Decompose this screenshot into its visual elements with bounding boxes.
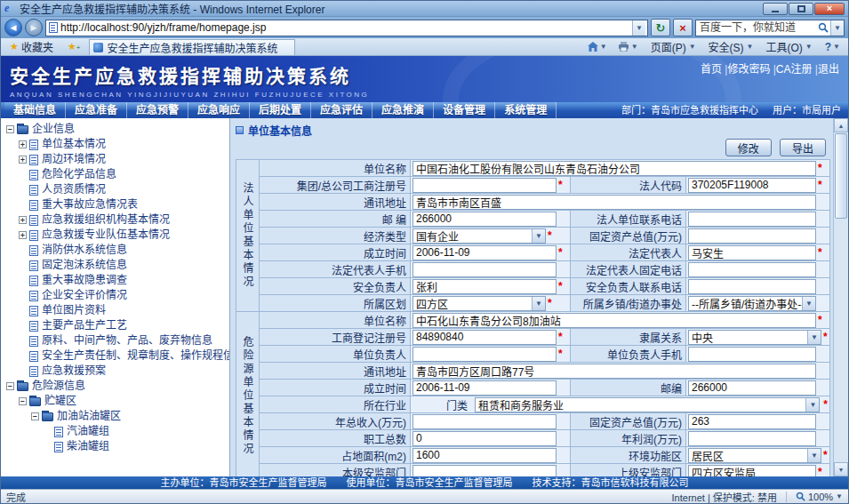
text-input[interactable] (688, 212, 816, 227)
header-link[interactable]: 首页 (701, 63, 722, 76)
text-input[interactable] (412, 330, 557, 345)
nav-item[interactable]: 基础信息 (4, 102, 66, 118)
nav-item[interactable]: 应急准备 (66, 102, 127, 118)
address-field[interactable]: ▼ (45, 20, 648, 36)
nav-item[interactable]: 应急评估 (311, 102, 372, 118)
forward-button[interactable]: ▶ (25, 19, 43, 36)
favorites-button[interactable]: ★ 收藏夹 (4, 39, 59, 55)
text-input[interactable] (412, 448, 557, 463)
text-input[interactable] (412, 364, 816, 379)
tree-item[interactable]: 危险化学品信息 (4, 167, 229, 182)
header-link[interactable]: 修改密码 (727, 63, 770, 76)
dropdown[interactable]: 租赁和商务服务业▼ (475, 397, 820, 412)
search-dropdown[interactable]: ▼ (830, 20, 844, 36)
text-input[interactable] (412, 347, 557, 362)
tree-item[interactable]: +单位基本情况 (4, 137, 229, 152)
tree-expander-icon[interactable]: − (19, 397, 27, 405)
scrollbar-track[interactable] (834, 132, 848, 462)
text-input[interactable] (688, 465, 816, 477)
scrollbar[interactable]: ▲ ▼ (833, 118, 848, 476)
dropdown[interactable]: 中央▼ (688, 330, 821, 345)
stop-button[interactable]: × (673, 19, 693, 36)
header-link[interactable]: 退出 (818, 63, 839, 76)
tree-item[interactable]: 单位图片资料 (4, 303, 229, 318)
export-button[interactable]: 导出 (780, 139, 826, 156)
tree-item[interactable]: −贮罐区 (4, 394, 229, 409)
tree-item[interactable]: −危险源信息 (4, 379, 229, 394)
text-input[interactable] (412, 212, 557, 227)
nav-item[interactable]: 应急响应 (188, 102, 250, 118)
tree-item[interactable]: 原料、中间产物、产品、废弃物信息 (4, 333, 229, 348)
print-button[interactable]: ▼ (613, 39, 643, 55)
menu-button[interactable]: 安全(S)▼ (702, 39, 760, 55)
refresh-button[interactable]: ↻ (651, 19, 670, 36)
text-input[interactable] (412, 431, 557, 446)
scrollbar-thumb[interactable] (835, 133, 847, 219)
header-link[interactable]: CA注册 (776, 63, 813, 76)
minimize-button[interactable] (763, 3, 788, 15)
text-input[interactable] (412, 245, 557, 260)
scroll-down-arrow[interactable]: ▼ (834, 462, 848, 476)
menu-button[interactable]: 工具(O)▼ (759, 39, 818, 55)
nav-item[interactable]: 系统管理 (495, 102, 557, 118)
tree-item[interactable]: 重大事故隐患调查 (4, 273, 229, 288)
tree-expander-icon[interactable]: − (31, 412, 39, 420)
text-input[interactable] (688, 178, 816, 193)
tree-item[interactable]: 应急救援预案 (4, 364, 229, 379)
tree-expander-icon[interactable]: + (19, 231, 27, 239)
text-input[interactable] (412, 279, 557, 294)
tree-item[interactable]: 固定泡沫系统信息 (4, 258, 229, 273)
tree-expander-icon[interactable]: − (6, 382, 14, 390)
tree-expander-icon[interactable]: − (6, 125, 14, 133)
search-input[interactable] (700, 21, 816, 34)
text-input[interactable] (688, 414, 816, 429)
tree-item[interactable]: 消防供水系统信息 (4, 243, 229, 258)
tree-item[interactable]: +应急救援专业队伍基本情况 (4, 228, 229, 243)
tree-item[interactable]: 安全生产责任制、规章制度、操作规程信息 (4, 348, 229, 364)
text-input[interactable] (688, 245, 816, 260)
nav-item[interactable]: 设备管理 (434, 102, 495, 118)
maximize-button[interactable] (789, 3, 813, 15)
text-input[interactable] (412, 380, 557, 396)
address-input[interactable] (60, 21, 632, 34)
tree-expander-icon[interactable]: + (19, 216, 27, 224)
dropdown[interactable]: 四方区▼ (412, 296, 546, 311)
tree-item[interactable]: 柴油罐组 (4, 439, 229, 454)
tree-item[interactable]: −企业信息 (4, 122, 229, 137)
tree-item[interactable]: +应急救援组织机构基本情况 (4, 212, 229, 228)
text-input[interactable] (688, 380, 816, 396)
tree-item[interactable]: 企业安全评价情况 (4, 288, 229, 303)
dropdown[interactable]: 国有企业▼ (412, 228, 546, 244)
dropdown[interactable]: 居民区▼ (688, 448, 821, 463)
tree-expander-icon[interactable]: + (19, 156, 27, 164)
text-input[interactable] (412, 262, 557, 277)
address-history-dropdown[interactable]: ▼ (632, 20, 645, 36)
close-button[interactable]: × (814, 3, 845, 15)
scroll-up-arrow[interactable]: ▲ (834, 118, 848, 132)
zoom-control[interactable]: 100% ▼ (796, 492, 843, 502)
text-input[interactable] (412, 414, 557, 429)
add-favorite-button[interactable]: ★+ (62, 39, 86, 55)
tree-expander-icon[interactable]: + (19, 140, 27, 148)
text-input[interactable] (412, 465, 557, 477)
text-input[interactable] (688, 431, 816, 446)
tree-item[interactable]: +周边环境情况 (4, 152, 229, 167)
back-button[interactable]: ◀ (4, 19, 22, 36)
tree-item[interactable]: 主要产品生产工艺 (4, 318, 229, 333)
nav-item[interactable]: 应急推演 (372, 102, 434, 118)
text-input[interactable] (412, 313, 816, 328)
help-button[interactable]: ?▼ (821, 39, 845, 55)
text-input[interactable] (688, 279, 816, 294)
tree-item[interactable]: 人员资质情况 (4, 182, 229, 197)
menu-button[interactable]: 页面(P)▼ (645, 39, 702, 55)
text-input[interactable] (688, 228, 816, 244)
nav-item[interactable]: 后期处置 (250, 102, 311, 118)
text-input[interactable] (412, 161, 816, 176)
search-box[interactable]: ▼ (695, 20, 845, 36)
text-input[interactable] (412, 178, 557, 193)
tree-item[interactable]: 汽油罐组 (4, 424, 229, 439)
text-input[interactable] (688, 262, 816, 277)
dropdown[interactable]: --所属乡镇/街道办事处--▼ (688, 296, 816, 311)
page-tab[interactable]: 安全生产应急救援指挥辅助决策系统 (89, 39, 295, 55)
modify-button[interactable]: 修改 (725, 139, 772, 156)
